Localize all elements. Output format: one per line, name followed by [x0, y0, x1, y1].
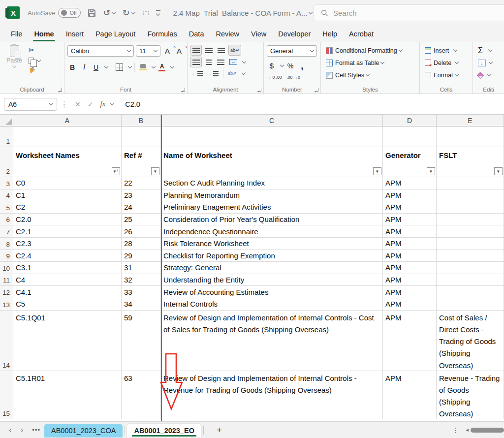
- name-box-menu[interactable]: ⋮: [61, 100, 68, 109]
- alignment-dialog-launcher[interactable]: [257, 88, 261, 92]
- tab-developer[interactable]: Developer: [272, 27, 316, 41]
- cell-d14[interactable]: APM: [383, 311, 437, 371]
- tab-acrobat[interactable]: Acrobat: [343, 27, 379, 41]
- cell-c11[interactable]: Understanding the Entity: [161, 274, 383, 286]
- orientation-dropdown[interactable]: [241, 70, 245, 74]
- column-header-b[interactable]: B: [122, 115, 161, 126]
- paste-button[interactable]: Paste: [3, 45, 26, 75]
- sheet-tab-ab0001_2023_eo[interactable]: AB0001_2023_EO: [127, 424, 201, 438]
- row-header-10[interactable]: 10: [0, 262, 13, 274]
- add-sheet-button[interactable]: +: [217, 425, 222, 436]
- cell-b11[interactable]: 32: [122, 274, 161, 286]
- cell-a4[interactable]: C1: [13, 189, 122, 201]
- tab-formulas[interactable]: Formulas: [141, 27, 183, 41]
- bold-button[interactable]: B: [67, 62, 77, 73]
- row-header-6[interactable]: 6: [0, 214, 13, 225]
- chevron-down-icon[interactable]: [131, 10, 135, 14]
- chevron-down-icon[interactable]: [37, 58, 41, 62]
- grow-font-button[interactable]: A˄: [162, 46, 172, 57]
- clear-button[interactable]: [478, 69, 501, 81]
- cell-c14[interactable]: Review of Design and Implementation of I…: [161, 311, 383, 371]
- row-header-15[interactable]: 15: [0, 371, 13, 419]
- cell-c13[interactable]: Internal Controls: [161, 298, 383, 310]
- delete-cells-button[interactable]: Delete: [425, 57, 470, 69]
- merge-center-button[interactable]: ↔: [228, 57, 239, 67]
- comma-format-button[interactable]: ,: [297, 61, 307, 71]
- sheet-list-button[interactable]: •••: [32, 426, 40, 434]
- format-cells-button[interactable]: Format: [425, 69, 470, 81]
- autosum-button[interactable]: Σ: [478, 44, 501, 57]
- fill-button[interactable]: ↓: [478, 57, 501, 69]
- cell-c3[interactable]: Section C Audit Planning Index: [161, 177, 383, 189]
- cell-c8[interactable]: Risk Tolerance Worksheet: [161, 238, 383, 250]
- autosave-control[interactable]: AutoSave Off: [28, 8, 81, 18]
- cell-d11[interactable]: APM: [383, 274, 437, 286]
- cell-d9[interactable]: APM: [383, 250, 437, 262]
- save-button[interactable]: [88, 9, 96, 17]
- cell-c1[interactable]: [161, 126, 383, 147]
- cell-a9[interactable]: C2.4: [13, 250, 122, 262]
- select-all-corner[interactable]: [0, 115, 13, 126]
- filter-button[interactable]: ▾: [373, 167, 381, 175]
- row-header-1[interactable]: 1: [0, 126, 13, 147]
- cell-e6[interactable]: [437, 214, 504, 225]
- document-title[interactable]: 2.4 Map_Trial_Balance - COA Form - A...: [173, 9, 313, 17]
- increase-indent-button[interactable]: →: [206, 68, 220, 79]
- cell-b4[interactable]: 23: [122, 189, 161, 201]
- scroll-left-button[interactable]: ◂: [466, 427, 469, 433]
- bottom-align-button[interactable]: [216, 45, 226, 56]
- cell-e12[interactable]: [437, 286, 504, 298]
- tab-help[interactable]: Help: [316, 27, 343, 41]
- decrease-indent-button[interactable]: ←: [190, 68, 204, 79]
- font-color-dropdown[interactable]: [170, 64, 174, 68]
- chevron-down-icon[interactable]: [112, 10, 116, 14]
- cell-d4[interactable]: APM: [383, 189, 437, 201]
- redo-button[interactable]: ↻: [122, 8, 134, 17]
- cell-d3[interactable]: APM: [383, 177, 437, 189]
- underline-button[interactable]: U: [91, 62, 101, 73]
- row-header-3[interactable]: 3: [0, 177, 13, 189]
- conditional-formatting-button[interactable]: Conditional Formatting: [326, 44, 416, 57]
- tab-page-layout[interactable]: Page Layout: [90, 27, 141, 41]
- tab-file[interactable]: File: [5, 27, 28, 41]
- cell-a2[interactable]: Worksheet Names▾↑: [13, 147, 122, 177]
- cell-a14[interactable]: C5.1Q01: [13, 311, 122, 371]
- tab-review[interactable]: Review: [210, 27, 245, 41]
- cell-e8[interactable]: [437, 238, 504, 250]
- cell-d10[interactable]: APM: [383, 262, 437, 274]
- cell-a7[interactable]: C2.1: [13, 225, 122, 237]
- cell-e13[interactable]: [437, 298, 504, 310]
- percent-format-button[interactable]: %: [285, 61, 295, 71]
- cell-d13[interactable]: APM: [383, 298, 437, 310]
- cell-e3[interactable]: [437, 177, 504, 189]
- column-header-a[interactable]: A: [13, 115, 122, 126]
- copy-button[interactable]: [29, 58, 34, 64]
- cell-b5[interactable]: 24: [122, 201, 161, 213]
- column-header-e[interactable]: E: [437, 115, 504, 126]
- filter-button[interactable]: ▾: [151, 167, 159, 175]
- cell-d2[interactable]: Generator▾: [383, 147, 437, 177]
- cell-a6[interactable]: C2.0: [13, 214, 122, 225]
- name-box[interactable]: A6: [4, 98, 57, 111]
- cell-b12[interactable]: 33: [122, 286, 161, 298]
- increase-decimal-button[interactable]: ←0 .00: [267, 72, 283, 83]
- cell-e15[interactable]: Revenue - Trading of Goods (Shipping Ove…: [437, 371, 504, 419]
- next-sheet-button[interactable]: ›: [21, 426, 24, 434]
- cell-d1[interactable]: [383, 126, 437, 147]
- format-as-table-button[interactable]: Format as Table: [326, 57, 416, 69]
- cell-e14[interactable]: Cost of Sales / Direct Costs - Trading o…: [437, 311, 504, 371]
- decrease-decimal-button[interactable]: .00 →0: [285, 72, 301, 83]
- cell-d5[interactable]: APM: [383, 201, 437, 213]
- cell-e5[interactable]: [437, 201, 504, 213]
- row-header-11[interactable]: 11: [0, 274, 13, 286]
- cell-c6[interactable]: Consideration of Prior Year's Qualificat…: [161, 214, 383, 225]
- filter-button[interactable]: ▾: [494, 167, 503, 175]
- align-right-button[interactable]: [216, 57, 226, 67]
- borders-button[interactable]: [114, 62, 125, 73]
- align-left-button[interactable]: [190, 57, 202, 67]
- font-dialog-launcher[interactable]: [181, 88, 185, 92]
- row-header-5[interactable]: 5: [0, 201, 13, 213]
- row-header-14[interactable]: 14: [0, 311, 13, 371]
- prev-sheet-button[interactable]: ‹: [9, 426, 12, 434]
- cell-b3[interactable]: 22: [122, 177, 161, 189]
